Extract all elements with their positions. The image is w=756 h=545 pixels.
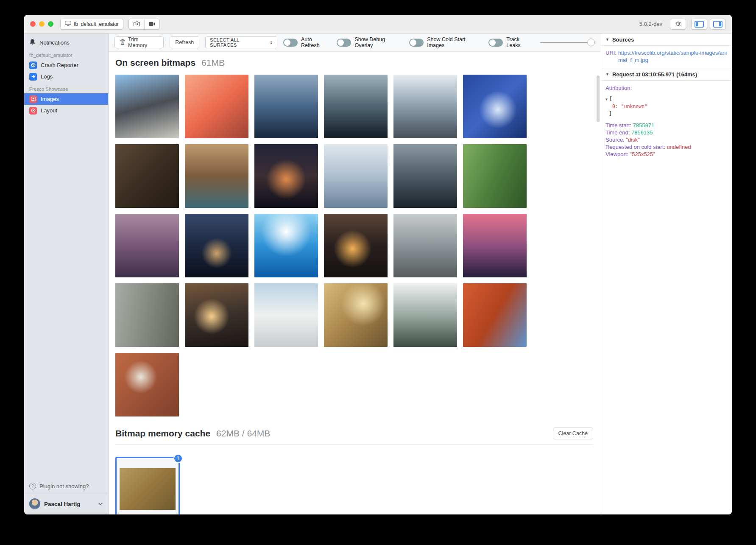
select-arrows-icon: ▲▼	[270, 40, 273, 45]
toolbar: Trim Memory Refresh SELECT ALL SURFACES …	[109, 34, 601, 52]
sky-cross-buildings-photo[interactable]	[324, 144, 388, 208]
toggle-label: Auto Refresh	[301, 36, 331, 48]
bug-icon	[675, 20, 681, 28]
chevron-down-icon	[98, 501, 103, 507]
request-field: Time end: 7856135	[605, 129, 728, 136]
bw-mountain-trail-photo[interactable]	[393, 214, 457, 277]
surface-select[interactable]: SELECT ALL SURFACES ▲▼	[205, 36, 277, 48]
sidebar-section-app: Fresco Showcase	[24, 82, 108, 93]
blue-feather-photo[interactable]	[463, 75, 527, 138]
images-plugin-main: Trim Memory Refresh SELECT ALL SURFACES …	[109, 34, 601, 514]
spire-building-photo[interactable]	[115, 75, 179, 138]
night-bridge-photo[interactable]	[185, 214, 248, 277]
collapse-triangle-icon: ▼	[605, 72, 609, 76]
request-header-label: Request at 03:10:55.971 (164ms)	[612, 71, 697, 78]
request-field: Source: "disk"	[605, 136, 728, 143]
minimize-window-button[interactable]	[39, 21, 45, 27]
vertical-scrollbar[interactable]	[597, 75, 600, 122]
toggle-show-cold-start-images[interactable]: Show Cold Start Images	[409, 36, 483, 48]
santorini-buildings-photo[interactable]	[254, 283, 318, 347]
toggle-switch[interactable]	[488, 39, 503, 47]
orange-flowers-photo[interactable]	[185, 75, 248, 138]
night-church-photo[interactable]	[254, 144, 318, 208]
trim-memory-button[interactable]: Trim Memory	[114, 36, 164, 48]
toggle-show-debug-overlay[interactable]: Show Debug Overlay	[337, 36, 403, 48]
size-slider[interactable]	[540, 38, 595, 47]
sidebar-item-label: Logs	[41, 73, 53, 80]
clear-cache-button[interactable]: Clear Cache	[553, 428, 593, 439]
lion-photo	[120, 468, 176, 510]
request-field: Time start: 7855971	[605, 122, 728, 129]
bug-report-button[interactable]	[670, 19, 686, 30]
request-fields: Time start: 7855971Time end: 7856135Sour…	[605, 122, 728, 158]
crash-reporter-icon	[29, 61, 37, 69]
window-body: Notifications fb_default_emulator Crash …	[24, 34, 732, 514]
autumn-leaves-photo[interactable]	[324, 283, 388, 347]
window-controls	[30, 21, 53, 27]
images-plugin-icon	[29, 95, 37, 103]
refresh-button[interactable]: Refresh	[170, 36, 199, 48]
tools-on-wood-photo[interactable]	[115, 144, 179, 208]
request-section-header[interactable]: ▼ Request at 03:10:55.971 (164ms)	[601, 68, 732, 81]
video-camera-icon	[149, 20, 156, 28]
pier-dock-photo[interactable]	[185, 144, 248, 208]
onscreen-header: On screen bitmaps 61MB	[115, 58, 601, 68]
sidebar-item-notifications[interactable]: Notifications	[24, 37, 108, 48]
uri-link[interactable]: https://frescolib.org/static/sample-imag…	[618, 50, 727, 63]
coffee-table-overhead-photo[interactable]	[115, 353, 179, 416]
screen-record-button[interactable]	[144, 19, 159, 29]
screenshot-button[interactable]	[129, 19, 144, 29]
uri-block: URI: https://frescolib.org/static/sample…	[601, 46, 732, 68]
slider-knob[interactable]	[587, 39, 595, 46]
plugin-help-link[interactable]: ? Plugin not showing?	[24, 478, 108, 494]
toggle-label: Track Leaks	[506, 36, 534, 48]
plane-wreck-photo[interactable]	[324, 75, 388, 138]
sidebar-item-label: Images	[41, 96, 59, 102]
foggy-lake-person-photo[interactable]	[393, 144, 457, 208]
snowy-pines-photo[interactable]	[393, 283, 457, 347]
device-selector[interactable]: fb_default_emulator	[60, 19, 123, 30]
sources-section-header[interactable]: ▼ Sources	[601, 34, 732, 46]
ocean-boat-photo[interactable]	[254, 214, 318, 277]
cache-title: Bitmap memory cache	[115, 428, 210, 439]
toggle-switch[interactable]	[337, 39, 351, 47]
attribution-json: ▼[ 0: "unknown" ]	[605, 95, 728, 117]
pink-storm-clouds-photo[interactable]	[463, 214, 527, 277]
street-sunset-photo[interactable]	[324, 214, 388, 277]
train-platform-flare-photo[interactable]	[185, 283, 248, 347]
toggle-track-leaks[interactable]: Track Leaks	[488, 36, 534, 48]
expand-triangle-icon[interactable]: ▼	[605, 98, 608, 101]
attribution-entry-value: "unknown"	[621, 103, 647, 109]
capture-buttons	[128, 19, 160, 30]
golden-gate-photo[interactable]	[463, 283, 527, 347]
trim-memory-label: Trim Memory	[128, 36, 158, 48]
toggle-left-sidebar-button[interactable]	[691, 19, 707, 30]
man-by-sea-photo[interactable]	[254, 75, 318, 138]
toggle-auto-refresh[interactable]: Auto Refresh	[283, 36, 331, 48]
cache-image-selected[interactable]: 1	[115, 457, 180, 514]
sidebar-item-label: Layout	[41, 107, 57, 114]
sidebar: Notifications fb_default_emulator Crash …	[24, 34, 109, 514]
surface-select-value: SELECT ALL SURFACES	[210, 37, 266, 48]
device-name: fb_default_emulator	[74, 21, 119, 27]
zoom-window-button[interactable]	[48, 21, 53, 27]
images-scroll-area[interactable]: On screen bitmaps 61MB Bitmap memory cac…	[109, 52, 601, 514]
sidebar-item-logs[interactable]: Logs	[24, 71, 108, 82]
purple-trees-photo[interactable]	[115, 214, 179, 277]
toggle-switch[interactable]	[409, 39, 424, 47]
sidebar-item-images[interactable]: Images	[24, 93, 108, 105]
cache-header: Bitmap memory cache 62MB / 64MB Clear Ca…	[115, 428, 601, 439]
toggle-right-sidebar-button[interactable]	[710, 19, 726, 30]
close-window-button[interactable]	[30, 21, 36, 27]
sidebar-item-layout[interactable]: Layout	[24, 105, 108, 116]
attribution-entry-key: 0:	[612, 103, 618, 109]
titlebar: fb_default_emulator 5.0.2-dev	[24, 15, 732, 34]
sidebar-item-crash-reporter[interactable]: Crash Reporter	[24, 59, 108, 71]
toggle-switch[interactable]	[283, 39, 298, 47]
user-menu[interactable]: Pascal Hartig	[24, 494, 108, 514]
weathered-planks-photo[interactable]	[115, 283, 179, 347]
bamboo-photo[interactable]	[463, 144, 527, 208]
left-panel-icon	[695, 21, 704, 28]
snowy-mountains-photo[interactable]	[393, 75, 457, 138]
section-divider	[115, 444, 593, 445]
